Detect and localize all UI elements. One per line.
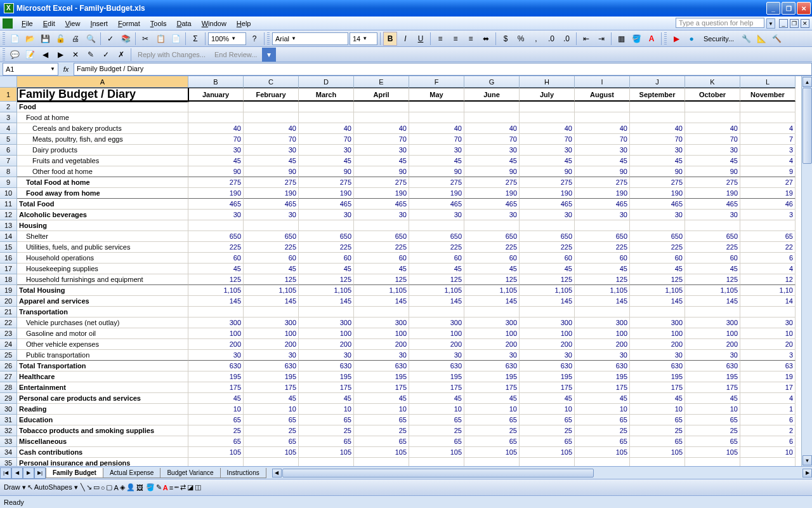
vertical-scrollbar[interactable]: ▲ ▼ [801,76,812,466]
cell-D25[interactable]: 30 [299,350,354,361]
cell-B31[interactable]: 65 [188,415,244,425]
cell-C35[interactable] [244,458,299,466]
cell-C21[interactable] [244,307,299,318]
cell-F9[interactable]: 275 [409,177,464,188]
cell-H20[interactable]: 145 [520,296,575,307]
cell-L2[interactable] [740,102,796,112]
cell-I3[interactable] [575,112,630,123]
cell-K4[interactable]: 40 [685,123,740,134]
cell-I14[interactable]: 650 [575,231,630,242]
cell-B19[interactable]: 1,105 [188,285,244,296]
align-right-icon[interactable]: ≡ [464,32,478,46]
row-header-2[interactable]: 2 [0,102,17,112]
cell-K28[interactable]: 175 [685,382,740,393]
cell-A16[interactable]: Household operations [17,253,188,264]
cell-K13[interactable] [685,220,740,231]
cell-J8[interactable]: 90 [630,166,685,177]
cell-G25[interactable]: 30 [464,350,520,361]
row-header-31[interactable]: 31 [0,415,17,425]
cell-J27[interactable]: 195 [630,371,685,382]
cell-C18[interactable]: 125 [244,274,299,285]
cut-icon[interactable]: ✂ [138,32,152,46]
cell-F16[interactable]: 60 [409,253,464,264]
cell-L35[interactable] [740,458,796,466]
cell-A3[interactable]: Food at home [17,112,188,123]
cell-K11[interactable]: 465 [685,199,740,210]
cell-J19[interactable]: 1,105 [630,285,685,296]
cell-F13[interactable] [409,220,464,231]
cell-D20[interactable]: 145 [299,296,354,307]
macro-play-icon[interactable]: ▶ [669,32,683,46]
cell-K6[interactable]: 30 [685,145,740,156]
cell-B16[interactable]: 60 [188,253,244,264]
cell-E16[interactable]: 60 [354,253,409,264]
cell-D24[interactable]: 200 [299,339,354,350]
font-color-icon[interactable]: A [163,484,168,491]
cell-L32[interactable]: 2 [740,425,796,436]
cell-A17[interactable]: Housekeeping supplies [17,264,188,274]
cell-A1[interactable]: Family Budget / Diary [17,88,188,102]
row-header-10[interactable]: 10 [0,188,17,199]
cell-H2[interactable] [520,102,575,112]
cell-C8[interactable]: 90 [244,166,299,177]
cell-L26[interactable]: 63 [740,361,796,371]
cell-H8[interactable]: 90 [520,166,575,177]
cell-A15[interactable]: Utilities, fuels, and public services [17,242,188,253]
cell-A11[interactable]: Total Food [17,199,188,210]
cell-E9[interactable]: 275 [354,177,409,188]
cell-G13[interactable] [464,220,520,231]
cell-L20[interactable]: 14 [740,296,796,307]
cell-L5[interactable]: 7 [740,134,796,145]
cell-K15[interactable]: 225 [685,242,740,253]
row-header-30[interactable]: 30 [0,404,17,415]
cell-E19[interactable]: 1,105 [354,285,409,296]
select-all-corner[interactable] [0,76,17,88]
cell-C34[interactable]: 105 [244,447,299,458]
cell-E10[interactable]: 190 [354,188,409,199]
tab-nav-last-icon[interactable]: ▶| [34,467,46,479]
cell-J29[interactable]: 45 [630,393,685,404]
cell-K33[interactable]: 65 [685,436,740,447]
cell-F27[interactable]: 195 [409,371,464,382]
cell-E2[interactable] [354,102,409,112]
cell-J18[interactable]: 125 [630,274,685,285]
cell-J14[interactable]: 650 [630,231,685,242]
cell-A12[interactable]: Alcoholic beverages [17,210,188,220]
cell-E7[interactable]: 45 [354,156,409,166]
fill-color-icon[interactable]: 🪣 [629,32,643,46]
row-header-8[interactable]: 8 [0,166,17,177]
rectangle-icon[interactable]: ▭ [93,483,100,491]
cell-K26[interactable]: 630 [685,361,740,371]
dash-style-icon[interactable]: ┅ [174,483,179,491]
cell-I1[interactable]: August [575,88,630,102]
row-header-35[interactable]: 35 [0,458,17,466]
cell-J26[interactable]: 630 [630,361,685,371]
cell-E34[interactable]: 105 [354,447,409,458]
cell-C14[interactable]: 650 [244,231,299,242]
cell-I28[interactable]: 175 [575,382,630,393]
cell-H24[interactable]: 200 [520,339,575,350]
bold-button[interactable]: B [383,32,397,46]
macro-record-icon[interactable]: ● [684,32,698,46]
cell-G2[interactable] [464,102,520,112]
cell-I4[interactable]: 40 [575,123,630,134]
align-left-icon[interactable]: ≡ [433,32,447,46]
cell-I31[interactable]: 65 [575,415,630,425]
cell-I22[interactable]: 300 [575,318,630,328]
cell-I2[interactable] [575,102,630,112]
cell-J6[interactable]: 30 [630,145,685,156]
cell-K22[interactable]: 300 [685,318,740,328]
cell-D12[interactable]: 30 [299,210,354,220]
cell-K17[interactable]: 45 [685,264,740,274]
col-header-E[interactable]: E [354,76,409,88]
reject-change-icon[interactable]: ✗ [114,48,128,62]
cell-K18[interactable]: 125 [685,274,740,285]
cell-L9[interactable]: 27 [740,177,796,188]
controls-icon[interactable]: 🔨 [769,32,783,46]
cell-B30[interactable]: 10 [188,404,244,415]
cell-D4[interactable]: 40 [299,123,354,134]
cell-D27[interactable]: 195 [299,371,354,382]
cell-C12[interactable]: 30 [244,210,299,220]
cell-D30[interactable]: 10 [299,404,354,415]
cell-F24[interactable]: 200 [409,339,464,350]
